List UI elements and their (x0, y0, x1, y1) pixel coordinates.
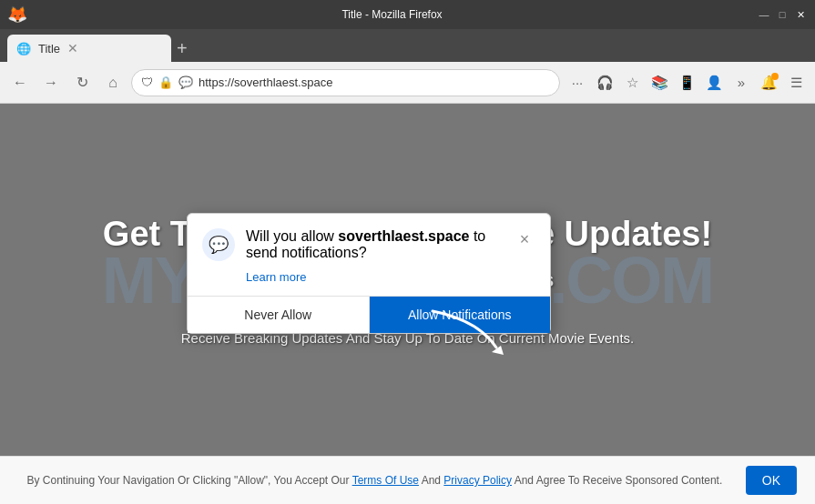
tab-favicon: 🌐 (16, 42, 31, 55)
connection-icon: 💬 (178, 76, 193, 89)
pocket-button[interactable]: 🎧 (593, 71, 616, 95)
refresh-button[interactable]: ↻ (69, 70, 95, 96)
minimize-button[interactable]: — (757, 7, 771, 22)
svg-marker-0 (492, 346, 504, 355)
extensions-button[interactable]: » (729, 71, 753, 95)
back-button[interactable]: ← (7, 70, 33, 96)
browser-window: 🦊 Title - Mozilla Firefox — □ ✕ 🌐 Title … (0, 0, 815, 504)
popup-site: soverthlaest.space (338, 228, 469, 244)
popup-message-pre: Will you allow (246, 228, 338, 244)
more-options-button[interactable]: ··· (565, 71, 589, 95)
bookmark-button[interactable]: ☆ (620, 71, 644, 95)
address-bar[interactable]: 🛡 🔒 💬 https://soverthlaest.space (131, 69, 560, 96)
bottom-bar: By Continuing Your Navigation Or Clickin… (0, 456, 815, 504)
title-bar: 🦊 Title - Mozilla Firefox — □ ✕ (0, 0, 815, 29)
bottom-text-pre: By Continuing Your Navigation Or Clickin… (26, 474, 351, 487)
popup-close-button[interactable]: × (514, 228, 535, 250)
account-button[interactable]: 👤 (702, 71, 726, 95)
firefox-logo: 🦊 (7, 5, 27, 25)
popup-message-text: Will you allow soverthlaest.space to sen… (246, 228, 503, 261)
close-button[interactable]: ✕ (793, 7, 808, 22)
terms-of-use-link[interactable]: Terms Of Use (352, 474, 419, 487)
bottom-text-post: And Agree To Receive Sponsored Content. (512, 474, 722, 487)
arrow-pointer (423, 302, 514, 360)
notification-dot (771, 73, 779, 80)
window-title: Title - Mozilla Firefox (35, 8, 749, 21)
tab-title: Title (38, 42, 60, 55)
url-text[interactable]: https://soverthlaest.space (199, 76, 550, 89)
notification-bell[interactable]: 🔔 (757, 71, 780, 95)
chat-icon: 💬 (202, 228, 235, 261)
tab-close-button[interactable]: ✕ (67, 41, 78, 55)
lock-icon: 🔒 (158, 76, 173, 89)
maximize-button[interactable]: □ (775, 7, 790, 22)
bottom-text: By Continuing Your Navigation Or Clickin… (18, 472, 731, 489)
home-button[interactable]: ⌂ (100, 70, 126, 96)
bookmarks-library-button[interactable]: 📚 (647, 71, 671, 95)
menu-button[interactable]: ☰ (784, 71, 808, 95)
window-controls: — □ ✕ (757, 7, 808, 22)
arrow-svg (423, 302, 514, 357)
shield-icon: 🛡 (141, 76, 153, 89)
popup-header: 💬 Will you allow soverthlaest.space to s… (188, 214, 550, 268)
forward-button[interactable]: → (38, 70, 64, 96)
active-tab[interactable]: 🌐 Title ✕ (7, 35, 171, 62)
popup-learn-more[interactable]: Learn more (188, 268, 550, 296)
bottom-text-mid: And (419, 474, 443, 487)
never-allow-button[interactable]: Never Allow (188, 297, 370, 333)
ok-button[interactable]: OK (746, 466, 797, 495)
new-tab-button[interactable]: + (177, 35, 188, 62)
tab-bar: 🌐 Title ✕ + (0, 29, 815, 62)
learn-more-link[interactable]: Learn more (246, 270, 306, 284)
privacy-policy-link[interactable]: Privacy Policy (443, 474, 512, 487)
nav-icon-group: ··· 🎧 ☆ 📚 📱 👤 » 🔔 ☰ (565, 71, 808, 95)
synced-tabs-button[interactable]: 📱 (675, 71, 698, 95)
page-content: MYANTISPYRE.COM Get The Most Recent Movi… (0, 104, 815, 456)
navigation-bar: ← → ↻ ⌂ 🛡 🔒 💬 https://soverthlaest.space… (0, 62, 815, 104)
